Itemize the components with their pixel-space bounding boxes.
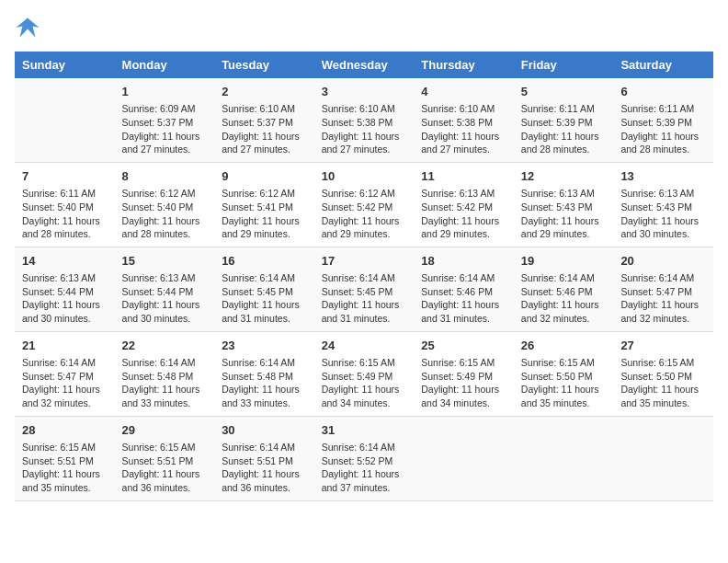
day-info: Sunrise: 6:11 AMSunset: 5:39 PMDaylight:… bbox=[620, 102, 706, 156]
calendar-cell: 25Sunrise: 6:15 AMSunset: 5:49 PMDayligh… bbox=[414, 331, 514, 416]
day-info: Sunrise: 6:13 AMSunset: 5:43 PMDaylight:… bbox=[620, 187, 706, 241]
day-info: Sunrise: 6:10 AMSunset: 5:38 PMDaylight:… bbox=[421, 102, 506, 156]
day-info: Sunrise: 6:15 AMSunset: 5:51 PMDaylight:… bbox=[122, 441, 208, 495]
day-info: Sunrise: 6:13 AMSunset: 5:44 PMDaylight:… bbox=[22, 271, 108, 326]
calendar-cell: 27Sunrise: 6:15 AMSunset: 5:50 PMDayligh… bbox=[613, 331, 713, 416]
calendar-cell bbox=[514, 416, 614, 500]
day-info: Sunrise: 6:15 AMSunset: 5:51 PMDaylight:… bbox=[22, 441, 108, 495]
day-info: Sunrise: 6:14 AMSunset: 5:47 PMDaylight:… bbox=[620, 271, 706, 326]
calendar-cell: 26Sunrise: 6:15 AMSunset: 5:50 PMDayligh… bbox=[514, 331, 614, 416]
day-number: 7 bbox=[22, 168, 108, 185]
calendar-cell: 13Sunrise: 6:13 AMSunset: 5:43 PMDayligh… bbox=[613, 162, 713, 247]
day-number: 31 bbox=[322, 422, 407, 439]
day-info: Sunrise: 6:14 AMSunset: 5:51 PMDaylight:… bbox=[222, 441, 307, 495]
day-info: Sunrise: 6:13 AMSunset: 5:43 PMDaylight:… bbox=[521, 187, 607, 241]
day-number: 15 bbox=[122, 253, 208, 270]
calendar-cell: 1Sunrise: 6:09 AMSunset: 5:37 PMDaylight… bbox=[115, 78, 215, 162]
day-number: 17 bbox=[322, 253, 407, 270]
day-number: 22 bbox=[122, 338, 208, 354]
day-number: 10 bbox=[322, 168, 407, 185]
calendar-cell bbox=[15, 78, 115, 162]
day-number: 2 bbox=[222, 84, 307, 100]
calendar-cell: 28Sunrise: 6:15 AMSunset: 5:51 PMDayligh… bbox=[15, 416, 115, 500]
column-header-friday: Friday bbox=[514, 52, 614, 78]
calendar-cell: 18Sunrise: 6:14 AMSunset: 5:46 PMDayligh… bbox=[414, 247, 514, 331]
calendar-cell: 14Sunrise: 6:13 AMSunset: 5:44 PMDayligh… bbox=[15, 247, 115, 331]
calendar-cell: 31Sunrise: 6:14 AMSunset: 5:52 PMDayligh… bbox=[314, 416, 415, 500]
calendar-cell: 24Sunrise: 6:15 AMSunset: 5:49 PMDayligh… bbox=[314, 331, 415, 416]
day-info: Sunrise: 6:09 AMSunset: 5:37 PMDaylight:… bbox=[122, 102, 208, 156]
day-number: 28 bbox=[22, 422, 108, 439]
day-info: Sunrise: 6:14 AMSunset: 5:46 PMDaylight:… bbox=[521, 271, 607, 326]
day-number: 21 bbox=[22, 338, 108, 354]
day-info: Sunrise: 6:13 AMSunset: 5:44 PMDaylight:… bbox=[122, 271, 208, 326]
page-header bbox=[15, 15, 713, 40]
day-info: Sunrise: 6:12 AMSunset: 5:42 PMDaylight:… bbox=[322, 187, 407, 241]
day-number: 4 bbox=[421, 84, 506, 100]
day-number: 9 bbox=[222, 168, 307, 185]
column-headers: SundayMondayTuesdayWednesdayThursdayFrid… bbox=[15, 52, 713, 78]
calendar-cell: 2Sunrise: 6:10 AMSunset: 5:37 PMDaylight… bbox=[214, 78, 314, 162]
week-row-5: 28Sunrise: 6:15 AMSunset: 5:51 PMDayligh… bbox=[15, 416, 713, 500]
day-info: Sunrise: 6:14 AMSunset: 5:48 PMDaylight:… bbox=[222, 356, 307, 410]
calendar-cell: 12Sunrise: 6:13 AMSunset: 5:43 PMDayligh… bbox=[514, 162, 614, 247]
day-info: Sunrise: 6:13 AMSunset: 5:42 PMDaylight:… bbox=[421, 187, 506, 241]
day-number: 20 bbox=[620, 253, 706, 270]
column-header-tuesday: Tuesday bbox=[214, 52, 314, 78]
column-header-thursday: Thursday bbox=[414, 52, 514, 78]
day-info: Sunrise: 6:15 AMSunset: 5:50 PMDaylight:… bbox=[521, 356, 607, 410]
day-info: Sunrise: 6:14 AMSunset: 5:46 PMDaylight:… bbox=[421, 271, 506, 326]
day-number: 25 bbox=[421, 338, 506, 354]
calendar-cell: 20Sunrise: 6:14 AMSunset: 5:47 PMDayligh… bbox=[613, 247, 713, 331]
calendar-cell: 21Sunrise: 6:14 AMSunset: 5:47 PMDayligh… bbox=[15, 331, 115, 416]
week-row-1: 1Sunrise: 6:09 AMSunset: 5:37 PMDaylight… bbox=[15, 78, 713, 162]
day-info: Sunrise: 6:14 AMSunset: 5:45 PMDaylight:… bbox=[222, 271, 307, 326]
calendar-cell: 7Sunrise: 6:11 AMSunset: 5:40 PMDaylight… bbox=[15, 162, 115, 247]
day-number: 6 bbox=[620, 84, 706, 100]
calendar-cell: 4Sunrise: 6:10 AMSunset: 5:38 PMDaylight… bbox=[414, 78, 514, 162]
calendar-cell: 6Sunrise: 6:11 AMSunset: 5:39 PMDaylight… bbox=[613, 78, 713, 162]
day-info: Sunrise: 6:10 AMSunset: 5:37 PMDaylight:… bbox=[222, 102, 307, 156]
calendar-cell: 5Sunrise: 6:11 AMSunset: 5:39 PMDaylight… bbox=[514, 78, 614, 162]
calendar-cell: 17Sunrise: 6:14 AMSunset: 5:45 PMDayligh… bbox=[314, 247, 415, 331]
calendar-cell: 15Sunrise: 6:13 AMSunset: 5:44 PMDayligh… bbox=[115, 247, 215, 331]
day-info: Sunrise: 6:12 AMSunset: 5:40 PMDaylight:… bbox=[122, 187, 208, 241]
day-info: Sunrise: 6:14 AMSunset: 5:48 PMDaylight:… bbox=[122, 356, 208, 410]
calendar-cell bbox=[613, 416, 713, 500]
day-number: 30 bbox=[222, 422, 307, 439]
day-number: 11 bbox=[421, 168, 506, 185]
day-number: 23 bbox=[222, 338, 307, 354]
calendar-table: SundayMondayTuesdayWednesdayThursdayFrid… bbox=[15, 52, 713, 501]
day-number: 29 bbox=[122, 422, 208, 439]
calendar-cell bbox=[414, 416, 514, 500]
day-info: Sunrise: 6:15 AMSunset: 5:49 PMDaylight:… bbox=[322, 356, 407, 410]
day-number: 1 bbox=[122, 84, 208, 100]
day-number: 16 bbox=[222, 253, 307, 270]
week-row-4: 21Sunrise: 6:14 AMSunset: 5:47 PMDayligh… bbox=[15, 331, 713, 416]
calendar-cell: 8Sunrise: 6:12 AMSunset: 5:40 PMDaylight… bbox=[115, 162, 215, 247]
svg-marker-0 bbox=[16, 18, 39, 38]
calendar-cell: 16Sunrise: 6:14 AMSunset: 5:45 PMDayligh… bbox=[214, 247, 314, 331]
week-row-2: 7Sunrise: 6:11 AMSunset: 5:40 PMDaylight… bbox=[15, 162, 713, 247]
column-header-sunday: Sunday bbox=[15, 52, 115, 78]
calendar-cell: 9Sunrise: 6:12 AMSunset: 5:41 PMDaylight… bbox=[214, 162, 314, 247]
day-info: Sunrise: 6:14 AMSunset: 5:52 PMDaylight:… bbox=[322, 441, 407, 495]
calendar-cell: 11Sunrise: 6:13 AMSunset: 5:42 PMDayligh… bbox=[414, 162, 514, 247]
day-number: 14 bbox=[22, 253, 108, 270]
calendar-cell: 3Sunrise: 6:10 AMSunset: 5:38 PMDaylight… bbox=[314, 78, 415, 162]
day-number: 26 bbox=[521, 338, 607, 354]
column-header-saturday: Saturday bbox=[613, 52, 713, 78]
calendar-cell: 22Sunrise: 6:14 AMSunset: 5:48 PMDayligh… bbox=[115, 331, 215, 416]
calendar-cell: 29Sunrise: 6:15 AMSunset: 5:51 PMDayligh… bbox=[115, 416, 215, 500]
day-number: 5 bbox=[521, 84, 607, 100]
day-number: 27 bbox=[620, 338, 706, 354]
day-info: Sunrise: 6:15 AMSunset: 5:50 PMDaylight:… bbox=[620, 356, 706, 410]
calendar-cell: 19Sunrise: 6:14 AMSunset: 5:46 PMDayligh… bbox=[514, 247, 614, 331]
day-number: 8 bbox=[122, 168, 208, 185]
day-number: 19 bbox=[521, 253, 607, 270]
day-info: Sunrise: 6:15 AMSunset: 5:49 PMDaylight:… bbox=[421, 356, 506, 410]
day-number: 13 bbox=[620, 168, 706, 185]
calendar-cell: 23Sunrise: 6:14 AMSunset: 5:48 PMDayligh… bbox=[214, 331, 314, 416]
calendar-cell: 10Sunrise: 6:12 AMSunset: 5:42 PMDayligh… bbox=[314, 162, 415, 247]
day-info: Sunrise: 6:14 AMSunset: 5:47 PMDaylight:… bbox=[22, 356, 108, 410]
